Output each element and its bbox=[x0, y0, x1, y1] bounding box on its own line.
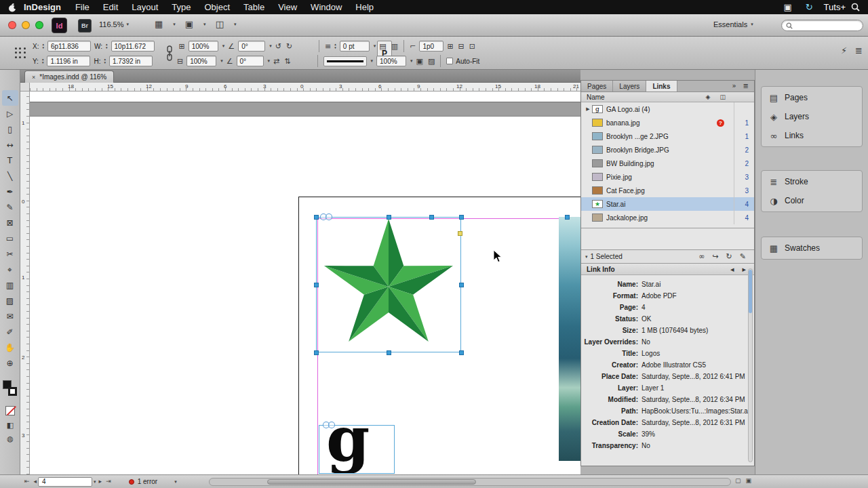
link-page-number[interactable]: 2 bbox=[734, 157, 754, 170]
corner-radius-handle[interactable] bbox=[458, 231, 462, 236]
selection-handle[interactable] bbox=[459, 350, 464, 355]
arrange-documents-icon[interactable]: ◫ bbox=[216, 20, 224, 28]
dock-item-layers[interactable]: ◈Layers bbox=[762, 107, 862, 126]
align-stroke-icon[interactable]: ▤ bbox=[379, 43, 386, 50]
link-page-number[interactable]: 3 bbox=[734, 184, 754, 197]
link-row[interactable]: Jackalope.jpg4 bbox=[581, 211, 754, 224]
stroke-weight-stepper[interactable]: ▴▾ bbox=[334, 43, 336, 49]
tool-pen-tool[interactable]: ✒ bbox=[2, 184, 18, 199]
search-input[interactable] bbox=[781, 20, 863, 31]
link-page-number[interactable] bbox=[734, 102, 754, 116]
screen-mode-button-icon[interactable]: ◍ bbox=[7, 435, 14, 443]
last-page-icon[interactable]: ⇥ bbox=[106, 479, 111, 485]
link-row[interactable]: Cat Face.jpg3 bbox=[581, 184, 754, 197]
selection-handle[interactable] bbox=[459, 283, 464, 287]
fill-frame-icon[interactable]: ⊞ bbox=[447, 43, 453, 50]
tool-type-tool[interactable]: T bbox=[2, 152, 18, 168]
dock-item-links[interactable]: ∞Links bbox=[762, 126, 862, 145]
document-tab[interactable]: × *Images.indd @ 116% bbox=[24, 70, 114, 83]
link-info-header[interactable]: Link Info ◂▸ bbox=[581, 264, 754, 275]
tool-scissors-tool[interactable]: ✂ bbox=[2, 246, 18, 262]
selection-handle[interactable] bbox=[565, 215, 570, 220]
effects-icon[interactable]: ▣ bbox=[416, 58, 423, 65]
panel-menu-icon[interactable]: ≣ bbox=[743, 83, 749, 89]
edit-original-icon[interactable]: ✎ bbox=[740, 253, 746, 260]
first-page-icon[interactable]: ⇤ bbox=[24, 479, 30, 485]
selection-handle[interactable] bbox=[314, 350, 319, 355]
previous-page-icon[interactable]: ◂ bbox=[34, 479, 37, 485]
stroke-style-dropdown[interactable] bbox=[323, 56, 367, 66]
tool-eyedropper-tool[interactable]: ✐ bbox=[2, 324, 18, 340]
tool-hand-tool[interactable]: ✋ bbox=[2, 340, 18, 355]
rotation-field[interactable]: 0° bbox=[238, 41, 265, 52]
previous-link-icon[interactable]: ◂ bbox=[730, 266, 734, 273]
zoom-level-dropdown[interactable]: 116.5% ▾ bbox=[99, 20, 129, 28]
sync-icon[interactable]: ↻ bbox=[806, 3, 813, 12]
horizontal-ruler[interactable]: 181512963036912151821 bbox=[30, 83, 580, 92]
selection-handle[interactable] bbox=[429, 215, 434, 220]
x-field[interactable]: 6p11.836 bbox=[47, 41, 91, 52]
rotate-cw-icon[interactable]: ↻ bbox=[286, 43, 292, 50]
link-row[interactable]: ★Star.ai4 bbox=[581, 197, 754, 211]
bridge-button[interactable]: Br bbox=[78, 19, 92, 33]
displays-icon[interactable]: ▣ bbox=[783, 3, 791, 12]
link-page-number[interactable]: 3 bbox=[734, 170, 754, 184]
tool-gradient-feather-tool[interactable]: ▨ bbox=[2, 293, 18, 308]
dock-item-pages[interactable]: ▤Pages bbox=[762, 88, 862, 107]
page-number-field[interactable]: 4 bbox=[38, 477, 92, 487]
tool-rectangle-tool[interactable]: ▭ bbox=[2, 230, 18, 246]
link-page-number[interactable]: 4 bbox=[734, 197, 754, 211]
horizontal-scrollbar-thumb[interactable] bbox=[267, 479, 476, 485]
center-content-icon[interactable]: ⊡ bbox=[469, 43, 475, 50]
content-grabber-icon[interactable] bbox=[320, 214, 335, 221]
tool-pencil-tool[interactable]: ✎ bbox=[2, 199, 18, 215]
corner-radius-field[interactable]: 1p0 bbox=[419, 41, 443, 52]
panel-scrollbar[interactable] bbox=[748, 268, 753, 462]
expander-icon[interactable]: ▶ bbox=[584, 106, 592, 112]
minimize-window-button[interactable] bbox=[22, 21, 30, 29]
opacity-field[interactable]: 100% bbox=[376, 56, 406, 66]
fit-content-icon[interactable]: ⊟ bbox=[458, 43, 465, 50]
view-options-icon[interactable]: ▦ bbox=[155, 20, 163, 28]
apply-none-button[interactable] bbox=[5, 406, 15, 415]
page-dropdown-icon[interactable]: ▾ bbox=[94, 479, 96, 485]
menu-type[interactable]: Type bbox=[165, 2, 197, 12]
autofit-checkbox-box[interactable] bbox=[446, 58, 453, 64]
preflight-menu-icon[interactable]: ▾ bbox=[174, 479, 177, 485]
selection-handle[interactable] bbox=[459, 215, 464, 220]
document-canvas[interactable]: g bbox=[30, 92, 580, 474]
link-row[interactable]: BW Building.jpg2 bbox=[581, 157, 754, 170]
menu-edit[interactable]: Edit bbox=[96, 2, 125, 12]
scale-x-caret-icon[interactable]: ▾ bbox=[222, 43, 225, 49]
screen-mode-icon[interactable]: ▣ bbox=[185, 20, 193, 28]
rotation-caret-icon[interactable]: ▾ bbox=[269, 43, 272, 49]
scale-x-field[interactable]: 100% bbox=[189, 41, 218, 52]
tab-layers[interactable]: Layers bbox=[613, 81, 646, 92]
menu-window[interactable]: Window bbox=[304, 2, 349, 12]
relink-icon[interactable]: ∞ bbox=[698, 253, 705, 260]
page-column-icon[interactable]: ◫ bbox=[719, 94, 726, 100]
stroke-weight-field[interactable]: 0 pt bbox=[340, 41, 370, 52]
formatting-affects-icon[interactable]: ◧ bbox=[7, 422, 14, 429]
selection-handle[interactable] bbox=[314, 215, 319, 220]
vertical-ruler[interactable]: 10123 bbox=[20, 92, 30, 474]
reference-point-selector[interactable] bbox=[15, 47, 26, 59]
shear-field[interactable]: 0° bbox=[237, 56, 264, 66]
w-field[interactable]: 10p11.672 bbox=[111, 41, 155, 52]
placed-photo-frame[interactable] bbox=[559, 217, 580, 461]
control-panel-menu-icon[interactable]: ≣ bbox=[855, 46, 863, 55]
tool-gap-tool[interactable]: ↔ bbox=[2, 137, 18, 152]
quick-apply-icon[interactable]: ⚡ bbox=[841, 46, 847, 55]
scale-y-caret-icon[interactable]: ▾ bbox=[220, 58, 223, 64]
autofit-checkbox[interactable]: Auto-Fit bbox=[446, 58, 479, 65]
h-stepper[interactable]: ▴▾ bbox=[104, 58, 106, 64]
w-stepper[interactable]: ▴▾ bbox=[106, 43, 108, 49]
shear-caret-icon[interactable]: ▾ bbox=[268, 58, 271, 64]
menu-app-name[interactable]: InDesign bbox=[16, 2, 68, 12]
menu-view[interactable]: View bbox=[271, 2, 304, 12]
link-row[interactable]: Pixie.jpg3 bbox=[581, 170, 754, 184]
apple-icon[interactable] bbox=[8, 3, 16, 12]
scale-y-field[interactable]: 100% bbox=[186, 56, 216, 66]
spotlight-search-icon[interactable] bbox=[851, 3, 860, 12]
link-page-number[interactable]: 1 bbox=[734, 129, 754, 143]
